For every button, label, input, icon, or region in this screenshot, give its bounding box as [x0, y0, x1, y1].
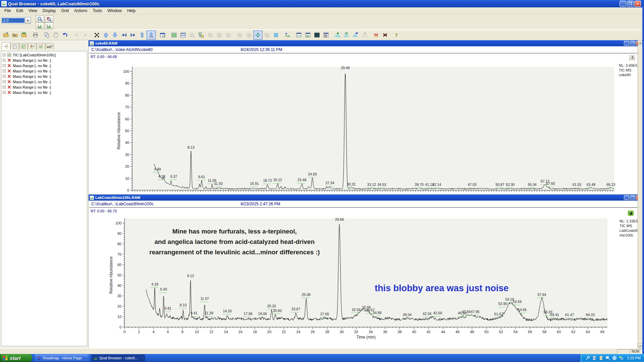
- expand-icon[interactable]: +: [3, 91, 6, 94]
- pushpin-icon[interactable]: [629, 55, 635, 60]
- grid-layout-button[interactable]: [179, 31, 188, 40]
- tab-axz[interactable]: [28, 43, 37, 50]
- chromatogram-b-button[interactable]: [45, 22, 53, 30]
- map-view-button[interactable]: [312, 31, 321, 40]
- open-raw-file-button[interactable]: [1, 31, 10, 40]
- pan-left-button[interactable]: [119, 31, 129, 40]
- cell-labcoatz-titlebar[interactable]: LabCoatz60min100c.RAW _ ❐ ×: [89, 195, 642, 201]
- expand-icon[interactable]: +: [3, 53, 6, 56]
- minimize-button[interactable]: _: [620, 1, 626, 7]
- copy-button[interactable]: [42, 31, 51, 40]
- menu-window[interactable]: Window: [105, 8, 124, 14]
- tree-item[interactable]: +Mass Range [- no file -]: [2, 63, 86, 68]
- chromatogram-labcoatz[interactable]: 0102030405060708090100Relative Abundance…: [89, 214, 638, 347]
- hide-icons-chevron-icon[interactable]: [612, 356, 617, 360]
- tab-sheet[interactable]: [10, 43, 19, 50]
- zoom-combo-value: 2.0: [2, 18, 24, 23]
- scale-up-button[interactable]: [101, 31, 110, 40]
- axis-setup-button[interactable]: [283, 31, 292, 40]
- zoom-both-axes-button[interactable]: [271, 31, 281, 40]
- chromatogram-a-button[interactable]: [36, 22, 44, 30]
- close-button[interactable]: ×: [634, 1, 641, 7]
- window-titlebar[interactable]: Qual Browser - coke60, LabCoatz60min100c…: [0, 0, 642, 7]
- tree-item[interactable]: +Mass Range [- no file -]: [2, 74, 86, 79]
- reset-scale-button[interactable]: [92, 31, 101, 40]
- scale-down-button[interactable]: [110, 31, 119, 40]
- autoscale-y-button[interactable]: [138, 31, 147, 40]
- scroll-up-icon[interactable]: ▲: [638, 40, 642, 45]
- help-button[interactable]: [392, 31, 401, 40]
- normalize-button[interactable]: [147, 31, 156, 40]
- expand-icon[interactable]: +: [3, 69, 6, 72]
- scroll-down-icon[interactable]: ▼: [638, 344, 642, 348]
- zoom-combo[interactable]: 2.0 ▼: [1, 17, 31, 24]
- tab-msn[interactable]: MSn: [45, 43, 54, 50]
- library-search-button[interactable]: [371, 31, 381, 40]
- expand-icon[interactable]: +: [3, 86, 6, 89]
- tree-item[interactable]: +TIC [LabCoatz60min100c]: [2, 53, 86, 57]
- zoom-out-button[interactable]: [45, 15, 53, 22]
- window-tray-icon[interactable]: [605, 356, 610, 360]
- cell-labcoatz[interactable]: LabCoatz60min100c.RAW _ ❐ × C:\Xcalibur\…: [89, 195, 642, 348]
- network-icon[interactable]: [619, 356, 624, 360]
- chromatogram-coke60[interactable]: 0102030405060708090100Relative Abundance…: [89, 59, 638, 194]
- cell-maximize-button[interactable]: ❐: [630, 41, 635, 46]
- menu-view[interactable]: View: [26, 8, 40, 14]
- menu-help[interactable]: Help: [125, 8, 138, 14]
- menu-edit[interactable]: Edit: [14, 8, 26, 14]
- mini-button-stack: [36, 15, 54, 30]
- active-cell-icon[interactable]: [628, 211, 634, 216]
- open-result-file-button[interactable]: [10, 31, 19, 40]
- back-button: [72, 31, 81, 40]
- undo-button[interactable]: [60, 31, 69, 40]
- menu-tools[interactable]: Tools: [90, 8, 104, 14]
- expand-icon[interactable]: +: [3, 59, 6, 62]
- report-view-button[interactable]: [321, 31, 331, 40]
- tree-item[interactable]: +Mass Range [- no file -]: [2, 58, 86, 62]
- pan-right-button[interactable]: [129, 31, 138, 40]
- cell-coke60[interactable]: coke60.RAW _ ❐ × C:\Xcalibur\...\coke AG…: [89, 40, 642, 195]
- cell-minimize-button[interactable]: _: [624, 195, 629, 200]
- expand-icon[interactable]: +: [3, 80, 6, 83]
- print-button[interactable]: [31, 31, 40, 40]
- chevron-down-icon[interactable]: ▼: [25, 17, 31, 23]
- open-layout-button[interactable]: [19, 31, 29, 40]
- menu-file[interactable]: File: [2, 8, 13, 14]
- menu-grid[interactable]: Grid: [59, 8, 71, 14]
- svg-text:2: 2: [138, 330, 140, 334]
- expand-icon[interactable]: +: [3, 64, 6, 67]
- peak-label: 29.68: [335, 217, 344, 221]
- vertical-scrollbar[interactable]: ▲ ▼: [638, 40, 642, 348]
- cell-coke60-titlebar[interactable]: coke60.RAW _ ❐ ×: [89, 40, 642, 46]
- maximize-button[interactable]: ❐: [627, 1, 634, 7]
- wrench-icon[interactable]: [585, 356, 590, 360]
- tree-item[interactable]: +Mass Range [- no file -]: [2, 85, 86, 89]
- chromatogram-view-button[interactable]: [294, 31, 303, 40]
- zoom-in-button[interactable]: [36, 15, 44, 22]
- expand-icon[interactable]: +: [3, 75, 6, 78]
- taskbar-item-roadmap[interactable]: Roadmap - Home Page: [35, 355, 89, 361]
- tree-item[interactable]: +Mass Range [- no file -]: [2, 90, 86, 95]
- menu-display[interactable]: Display: [40, 8, 58, 14]
- document-zoom-icon[interactable]: [592, 356, 597, 360]
- menu-actions[interactable]: Actions: [72, 8, 90, 14]
- library-search-cancel-button[interactable]: [381, 31, 390, 40]
- peak-detection-button[interactable]: [333, 31, 342, 40]
- split-cell-button[interactable]: [253, 31, 262, 40]
- display-options-button[interactable]: [158, 31, 167, 40]
- start-button[interactable]: start: [0, 354, 32, 362]
- tab-info[interactable]: [2, 42, 10, 50]
- document-help-icon[interactable]: [599, 356, 603, 360]
- peak-detection-all-button[interactable]: [342, 31, 351, 40]
- cell-minimize-button[interactable]: _: [624, 41, 629, 46]
- peak-labels-button[interactable]: [351, 31, 360, 40]
- cell-maximize-button[interactable]: ❐: [630, 195, 635, 200]
- tab-cells[interactable]: [19, 43, 28, 50]
- taskbar-item-qual-browser[interactable]: Qual Browser - coke6...: [91, 355, 145, 361]
- tree-item[interactable]: +Mass Range [- no file -]: [2, 69, 86, 73]
- insert-cell-button[interactable]: [197, 31, 206, 40]
- grid-insert-button[interactable]: [169, 31, 179, 40]
- tab-peaks[interactable]: [37, 43, 45, 50]
- tree-item[interactable]: +Mass Range [- no file -]: [2, 80, 86, 84]
- spectrum-view-button[interactable]: [303, 31, 312, 40]
